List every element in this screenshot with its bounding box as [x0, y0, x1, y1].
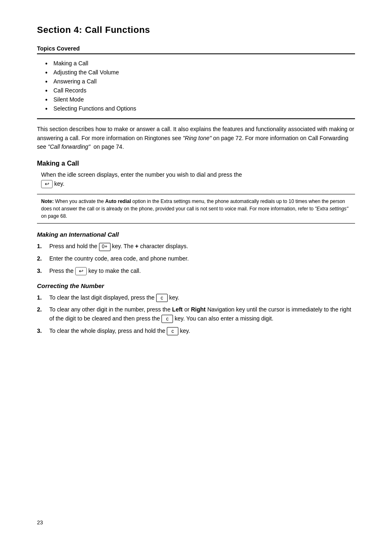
- note-text: When you activate the Auto redial option…: [41, 198, 350, 219]
- list-item: Call Records: [45, 87, 355, 94]
- list-item: Making a Call: [45, 60, 355, 67]
- list-item: Answering a Call: [45, 78, 355, 85]
- making-a-call-description: When the idle screen displays, enter the…: [41, 171, 355, 188]
- topics-covered-label: Topics Covered: [37, 45, 355, 52]
- page-container: Section 4: Call Functions Topics Covered…: [0, 0, 392, 542]
- divider-top: [37, 53, 355, 54]
- making-a-call-heading: Making a Call: [37, 160, 355, 167]
- list-item: Selecting Functions and Options: [45, 105, 355, 112]
- phone-key-icon: ↩: [41, 180, 53, 188]
- key-call: ↩: [75, 267, 87, 275]
- list-item: Adjusting the Call Volume: [45, 69, 355, 76]
- topics-list: Making a Call Adjusting the Call Volume …: [45, 60, 355, 112]
- international-call-heading: Making an International Call: [37, 231, 355, 238]
- key-0-plus: 0+: [99, 243, 111, 251]
- step-item: 2. To clear any other digit in the numbe…: [37, 305, 355, 323]
- correcting-number-section: Correcting the Number 1. To clear the la…: [37, 282, 355, 336]
- correcting-number-steps: 1. To clear the last digit displayed, pr…: [37, 293, 355, 336]
- step-2-text: Enter the country code, area code, and p…: [49, 255, 189, 262]
- intro-paragraph: This section describes how to make or an…: [37, 125, 355, 152]
- making-call-text1: When the idle screen displays, enter the…: [41, 171, 242, 178]
- making-a-call-section: Making a Call When the idle screen displ…: [37, 160, 355, 188]
- page-number: 23: [37, 519, 43, 526]
- making-international-call-section: Making an International Call 1. Press an…: [37, 231, 355, 275]
- making-call-text2: key.: [54, 180, 65, 187]
- list-item: Silent Mode: [45, 96, 355, 103]
- note-box: Note: When you activate the Auto redial …: [37, 194, 355, 224]
- step-item: 1. To clear the last digit displayed, pr…: [37, 293, 355, 302]
- key-c-3: c: [167, 327, 178, 335]
- international-call-steps: 1. Press and hold the 0+ key. The + char…: [37, 242, 355, 275]
- step-item: 3. To clear the whole display, press and…: [37, 327, 355, 336]
- step-item: 2. Enter the country code, area code, an…: [37, 254, 355, 263]
- divider-after-bullets: [37, 118, 355, 119]
- correcting-number-heading: Correcting the Number: [37, 282, 355, 289]
- key-c-2: c: [161, 315, 173, 323]
- step-item: 1. Press and hold the 0+ key. The + char…: [37, 242, 355, 251]
- section-title: Section 4: Call Functions: [37, 25, 355, 35]
- step-item: 3. Press the ↩ key to make the call.: [37, 267, 355, 276]
- key-c-1: c: [156, 294, 168, 302]
- note-label: Note:: [41, 198, 55, 204]
